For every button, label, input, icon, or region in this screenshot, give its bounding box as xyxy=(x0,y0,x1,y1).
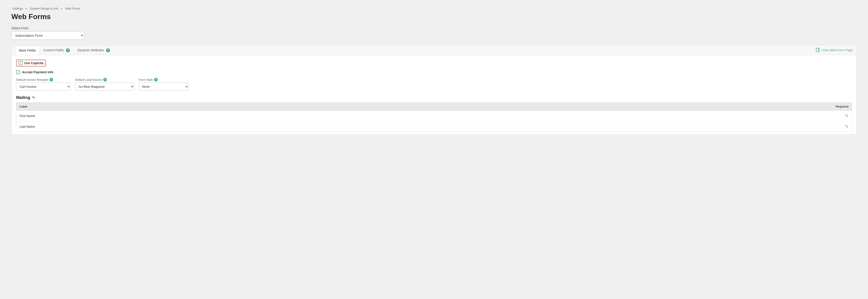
select-form-dropdown[interactable]: Subscription Form Contact Form Lead Form xyxy=(11,31,84,40)
col-label-header: Label xyxy=(17,103,462,111)
page-title: Web Forms xyxy=(11,12,857,21)
select-form-label: Select Form xyxy=(11,26,857,30)
breadcrumb-settings: Settings xyxy=(12,7,23,10)
tabs-bar: Base Fields Custom Fields ? Dynamic Attr… xyxy=(11,45,857,55)
form-style-select[interactable]: None Modern Classic xyxy=(139,82,189,91)
first-name-edit-icon[interactable]: ✎ xyxy=(845,114,848,118)
default-lead-source-select[interactable]: Go Blue Magazine Website Referral xyxy=(75,82,134,91)
mailing-title: Mailing ✎ xyxy=(16,95,852,100)
invoice-template-help-icon[interactable]: ? xyxy=(50,78,53,81)
breadcrumb-web-forms: Web Forms xyxy=(65,7,80,10)
tab-custom-fields[interactable]: Custom Fields ? xyxy=(39,45,73,55)
breadcrumb-system-design: System Design & Info xyxy=(30,7,58,10)
default-invoice-template-group: Default Invoice Template ? Cart Invoice … xyxy=(16,78,71,91)
tab-content-base-fields: Use Captcha Accept Payment Info Default … xyxy=(11,55,857,134)
use-captcha-checkbox[interactable] xyxy=(19,61,23,65)
accept-payment-row: Accept Payment Info xyxy=(16,70,852,74)
mailing-table-body: First Name ✎ Last Name ✎ xyxy=(17,111,852,132)
mailing-edit-icon[interactable]: ✎ xyxy=(32,96,35,100)
tab-base-fields[interactable]: Base Fields xyxy=(15,45,39,55)
view-web-form-button[interactable]: View Web Form Page xyxy=(815,45,853,55)
dropdowns-row: Default Invoice Template ? Cart Invoice … xyxy=(16,78,852,91)
first-name-required-cell: ✎ xyxy=(462,111,852,121)
last-name-required-cell: ✎ xyxy=(462,121,852,132)
default-invoice-template-label: Default Invoice Template ? xyxy=(16,78,71,81)
last-name-edit-icon[interactable]: ✎ xyxy=(845,124,848,129)
main-card: Base Fields Custom Fields ? Dynamic Attr… xyxy=(11,45,857,135)
mailing-header-row: Label Required xyxy=(17,103,852,111)
form-style-help-icon[interactable]: ? xyxy=(154,78,158,81)
last-name-cell: Last Name xyxy=(17,121,462,132)
tab-dynamic-attributes[interactable]: Dynamic Attributes ? xyxy=(74,45,114,55)
select-form-section: Select Form Subscription Form Contact Fo… xyxy=(11,26,857,40)
default-invoice-template-select[interactable]: Cart Invoice Standard Invoice xyxy=(16,82,71,91)
table-row: Last Name ✎ xyxy=(17,121,852,132)
first-name-cell: First Name xyxy=(17,111,462,121)
use-captcha-wrapper: Use Captcha xyxy=(16,60,852,68)
default-lead-source-label: Default Lead Source ? xyxy=(75,78,134,81)
mailing-section: Mailing ✎ Label Required xyxy=(16,95,852,132)
dynamic-attributes-help-icon[interactable]: ? xyxy=(106,48,110,53)
lead-source-help-icon[interactable]: ? xyxy=(103,78,107,81)
mailing-table: Label Required First Name ✎ xyxy=(16,102,852,132)
custom-fields-help-icon[interactable]: ? xyxy=(66,48,70,53)
form-style-group: Form Style ? None Modern Classic xyxy=(139,78,189,91)
mailing-table-header: Label Required xyxy=(17,103,852,111)
table-row: First Name ✎ xyxy=(17,111,852,121)
doc-icon xyxy=(815,47,820,53)
view-web-form-label: View Web Form Page xyxy=(822,48,853,52)
breadcrumb: Settings » System Design & Info » Web Fo… xyxy=(11,7,857,10)
use-captcha-label: Use Captcha xyxy=(24,61,43,65)
use-captcha-row: Use Captcha xyxy=(16,60,46,66)
accept-payment-label: Accept Payment Info xyxy=(22,70,53,74)
default-lead-source-group: Default Lead Source ? Go Blue Magazine W… xyxy=(75,78,134,91)
col-required-header: Required xyxy=(462,103,852,111)
accept-payment-checkbox[interactable] xyxy=(16,70,20,74)
form-style-label: Form Style ? xyxy=(139,78,189,81)
